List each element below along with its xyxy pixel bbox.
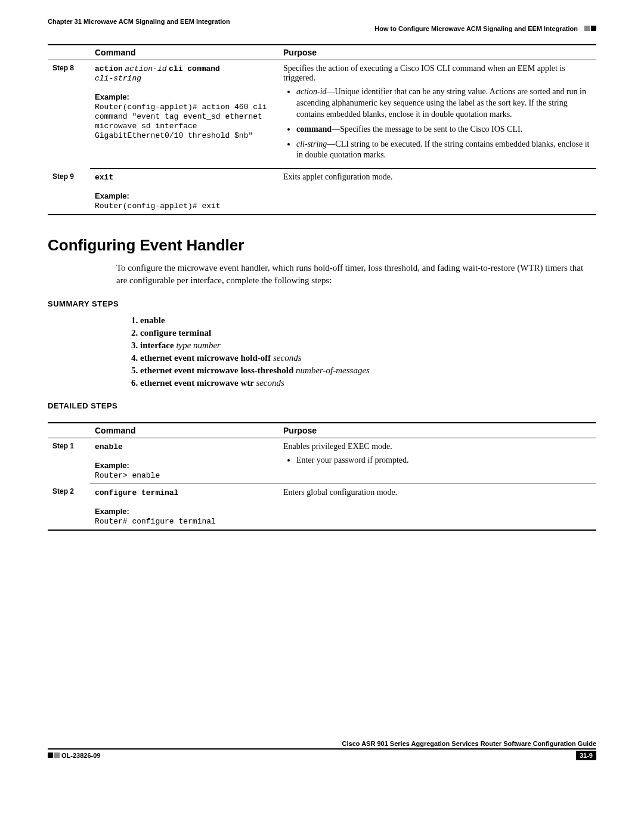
section-label: How to Configure Microwave ACM Signaling… [374,25,578,32]
section-heading: Configuring Event Handler [48,236,596,255]
summary-steps-list: enable configure terminal interface type… [116,315,596,388]
footer-guide-title: Cisco ASR 901 Series Aggregation Service… [48,740,596,750]
page-number: 31-9 [576,751,596,760]
command-table-1: Command Purpose Step 8 action action-id … [48,44,596,215]
step-label: Step 1 [48,438,90,484]
section-intro: To configure the microwave event handler… [116,262,596,286]
command-table-2: Command Purpose Step 1 enable Example: R… [48,422,596,531]
table2-header-purpose: Purpose [278,423,596,438]
table-row: Step 1 enable Example: Router> enable En… [48,438,596,484]
table-row: Step 2 configure terminal Example: Route… [48,484,596,530]
step-label: Step 8 [48,60,90,169]
list-item: ethernet event microwave hold-off second… [140,353,596,363]
page-footer: Cisco ASR 901 Series Aggregation Service… [48,740,596,760]
step-label: Step 2 [48,484,90,530]
table-row: Step 9 exit Example: Router(config-apple… [48,169,596,215]
table2-header-command: Command [90,423,278,438]
page-header: Chapter 31 Microwave ACM Signaling and E… [48,18,596,32]
list-item: ethernet event microwave loss-threshold … [140,366,596,376]
step-label: Step 9 [48,169,90,215]
list-item: interface type number [140,340,596,351]
summary-steps-label: SUMMARY STEPS [48,299,596,308]
table1-header-command: Command [90,45,278,60]
header-marker-icon [584,26,596,31]
table1-header-purpose: Purpose [278,45,596,60]
list-item: enable [140,315,596,326]
footer-marker-icon [48,753,60,758]
detailed-steps-label: DETAILED STEPS [48,401,596,410]
table-row: Step 8 action action-id cli command cli-… [48,60,596,169]
list-item: configure terminal [140,328,596,338]
chapter-label: Chapter 31 Microwave ACM Signaling and E… [48,18,596,25]
list-item: ethernet event microwave wtr seconds [140,378,596,388]
footer-doc-id: OL-23826-09 [61,752,100,759]
